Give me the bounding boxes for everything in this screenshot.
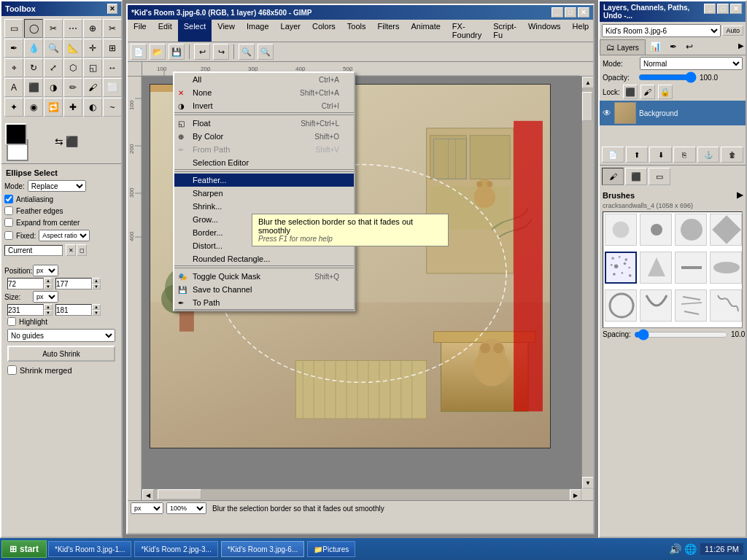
size-w-input[interactable]: 231 (7, 304, 44, 316)
size-w-up[interactable]: ▲ (44, 304, 53, 310)
menu-scriptfu[interactable]: Script-Fu (487, 20, 522, 42)
tb-undo-btn[interactable]: ↩ (194, 44, 210, 60)
menu-edit[interactable]: Edit (152, 20, 178, 42)
tool-color-picker[interactable]: 💧 (24, 39, 43, 58)
unit-select[interactable]: px (131, 502, 163, 514)
tool-perspective[interactable]: ◱ (83, 58, 102, 77)
select-quickmask-item[interactable]: 🎭 Toggle Quick Mask Shift+Q (174, 270, 354, 283)
tab-config-btn[interactable]: ▶ (737, 39, 746, 55)
menu-layer[interactable]: Layer (275, 20, 307, 42)
layer-raise-btn[interactable]: ⬆ (626, 147, 649, 163)
select-all-item[interactable]: All Ctrl+A (174, 73, 354, 86)
tool-align[interactable]: ⊞ (103, 39, 122, 58)
menu-select[interactable]: Select (178, 20, 212, 42)
brush-item[interactable] (710, 252, 742, 284)
guides-select[interactable]: No guides (7, 329, 115, 342)
patterns-tab[interactable]: ⬛ (625, 168, 647, 185)
auto-button[interactable]: Auto (722, 26, 743, 36)
menu-image[interactable]: Image (241, 20, 275, 42)
spacing-slider[interactable] (634, 331, 728, 338)
tool-heal[interactable]: ✚ (63, 98, 82, 117)
scroll-thumb-h[interactable] (158, 489, 201, 499)
layer-delete-btn[interactable]: 🗑 (721, 147, 743, 163)
mode-select[interactable]: Replace (28, 180, 86, 192)
brush-item[interactable] (675, 289, 707, 322)
tb-redo-btn[interactable]: ↪ (213, 44, 229, 60)
select-float-item[interactable]: ◱ Float Shift+Ctrl+L (174, 117, 354, 130)
size-h-input[interactable]: 181 (55, 304, 92, 316)
vertical-scrollbar[interactable]: ▲ ▼ (581, 77, 593, 489)
menu-fxfoundry[interactable]: FX-Foundry (446, 20, 487, 42)
layer-item-background[interactable]: 👁 Background (600, 101, 746, 125)
tool-text[interactable]: A (4, 78, 23, 97)
pos-x-down[interactable]: ▼ (44, 284, 53, 289)
image-select-dropdown[interactable]: Kid's Room 3.jpg-6 (602, 24, 721, 37)
tool-scissors[interactable]: ✂ (103, 19, 122, 38)
toolbox-close-button[interactable]: ✕ (107, 4, 117, 14)
reset-colors-icon[interactable]: ⬛ (66, 136, 78, 147)
tb-new-btn[interactable]: 📄 (131, 44, 147, 60)
select-roundedrect-item[interactable]: Rounded Rectangle... (174, 252, 354, 265)
antialiasing-checkbox[interactable] (4, 195, 13, 203)
scroll-down-btn[interactable]: ▼ (582, 477, 593, 489)
select-shrink-item[interactable]: Shrink... (174, 200, 354, 213)
gimp-minimize-btn[interactable]: _ (551, 7, 563, 18)
brush-item[interactable] (675, 214, 707, 246)
size-h-up[interactable]: ▲ (92, 304, 101, 310)
scroll-up-btn[interactable]: ▲ (582, 77, 593, 88)
layer-anchor-btn[interactable]: ⚓ (697, 147, 720, 163)
tool-eraser[interactable]: ⬜ (103, 78, 122, 97)
select-invert-item[interactable]: ◑ Invert Ctrl+I (174, 99, 354, 112)
horizontal-scrollbar[interactable]: ◀ ▶ (142, 489, 581, 500)
current-clear-btn[interactable]: ✕ (66, 244, 76, 256)
tool-ink[interactable]: ◉ (24, 98, 43, 117)
expand-center-checkbox[interactable] (4, 218, 13, 227)
tool-bucket-fill[interactable]: ⬛ (24, 78, 43, 97)
brush-item[interactable] (605, 289, 637, 322)
select-savechannel-item[interactable]: 💾 Save to Channel (174, 283, 354, 296)
tool-color-select[interactable]: ⊕ (83, 19, 102, 38)
pos-y-input[interactable]: 177 (55, 278, 92, 289)
rp-minimize-btn[interactable]: _ (704, 4, 716, 14)
pos-y-down[interactable]: ▼ (92, 284, 101, 289)
zoom-select[interactable]: 100% (166, 502, 206, 514)
tool-shear[interactable]: ⬡ (63, 58, 82, 77)
tab-channels[interactable]: 📊 (646, 39, 665, 55)
brush-item[interactable] (640, 289, 672, 322)
gimp-close-btn[interactable]: ✕ (578, 7, 589, 18)
select-topath-item[interactable]: ✒ To Path (174, 296, 354, 309)
size-h-down[interactable]: ▼ (92, 310, 101, 316)
lock-move-btn[interactable]: 🔒 (658, 85, 673, 99)
brush-item[interactable] (640, 214, 672, 246)
tool-zoom[interactable]: 🔍 (44, 39, 63, 58)
tool-smudge[interactable]: ~ (103, 98, 122, 117)
feather-edges-checkbox[interactable] (4, 206, 13, 215)
select-feather-item[interactable]: Feather... (174, 174, 354, 187)
menu-tools[interactable]: Tools (341, 20, 372, 42)
lock-alpha-btn[interactable]: ⬛ (623, 85, 638, 99)
brush-item[interactable] (710, 214, 742, 246)
pos-x-up[interactable]: ▲ (44, 278, 53, 284)
menu-animate[interactable]: Animate (405, 20, 446, 42)
taskbar-item-4[interactable]: 📁 Pictures (307, 541, 355, 557)
tool-rect-select[interactable]: ▭ (4, 19, 23, 38)
rp-maximize-btn[interactable]: □ (717, 4, 729, 14)
menu-help[interactable]: Help (567, 20, 595, 42)
brush-item-selected[interactable] (605, 252, 637, 284)
select-frompath-item[interactable]: ✒ From Path Shift+V (174, 143, 354, 156)
pos-y-up[interactable]: ▲ (92, 278, 101, 284)
select-none-item[interactable]: ✕ None Shift+Ctrl+A (174, 86, 354, 99)
scroll-right-btn[interactable]: ▶ (570, 489, 581, 500)
tool-blend[interactable]: ◑ (44, 78, 63, 97)
scroll-track-h[interactable] (154, 489, 570, 500)
brushes-tab[interactable]: 🖌 (602, 168, 624, 185)
tool-dodge-burn[interactable]: ◐ (83, 98, 102, 117)
opacity-slider[interactable] (638, 73, 697, 82)
size-w-down[interactable]: ▼ (44, 310, 53, 316)
tool-pencil[interactable]: ✏ (63, 78, 82, 97)
tab-paths[interactable]: ✒ (665, 39, 681, 55)
tool-rotate[interactable]: ↻ (24, 58, 43, 77)
tool-move[interactable]: ✛ (83, 39, 102, 58)
scroll-left-btn[interactable]: ◀ (142, 489, 154, 500)
fixed-checkbox[interactable] (4, 231, 13, 240)
